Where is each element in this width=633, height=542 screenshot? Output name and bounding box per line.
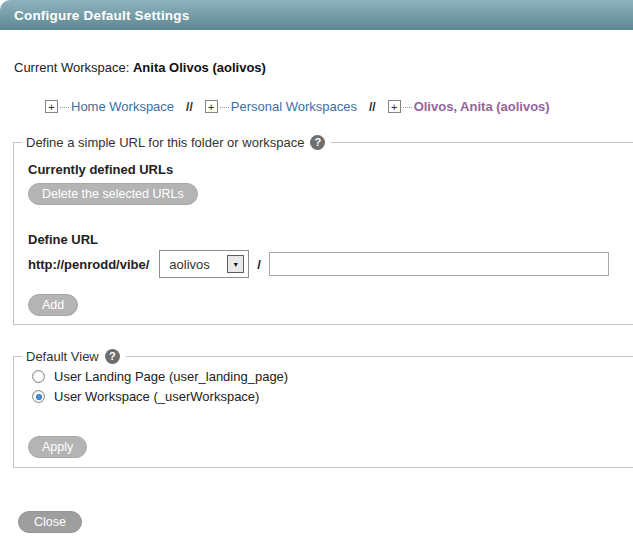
breadcrumb-item-home-workspace: + Home Workspace bbox=[45, 99, 174, 114]
base-url-text: http://penrodd/vibe/ bbox=[28, 257, 149, 272]
tree-expand-icon[interactable]: + bbox=[205, 100, 218, 113]
page-title: Configure Default Settings bbox=[14, 8, 189, 23]
apply-button[interactable]: Apply bbox=[28, 436, 87, 458]
chevron-down-icon[interactable]: ▼ bbox=[227, 255, 244, 273]
default-view-section: Default View ? User Landing Page (user_l… bbox=[13, 349, 633, 468]
breadcrumb-item-olivos-anita: + Olivos, Anita (aolivos) bbox=[388, 99, 550, 114]
close-button[interactable]: Close bbox=[18, 511, 82, 533]
radio-label-user-workspace: User Workspace (_userWorkspace) bbox=[54, 389, 259, 404]
simple-url-legend-text: Define a simple URL for this folder or w… bbox=[26, 135, 304, 150]
tree-expand-icon[interactable]: + bbox=[45, 100, 58, 113]
page-title-bar: Configure Default Settings bbox=[0, 0, 633, 30]
current-workspace: Current Workspace: Anita Olivos (aolivos… bbox=[14, 60, 266, 75]
tree-expand-icon[interactable]: + bbox=[388, 100, 401, 113]
help-icon[interactable]: ? bbox=[310, 135, 325, 150]
breadcrumb: + Home Workspace // + Personal Workspace… bbox=[45, 99, 550, 114]
default-view-section-legend: Default View ? bbox=[22, 349, 126, 364]
url-slash-separator: / bbox=[257, 257, 261, 272]
add-url-button[interactable]: Add bbox=[28, 294, 78, 316]
breadcrumb-item-personal-workspaces: + Personal Workspaces bbox=[205, 99, 357, 114]
radio-option-user-landing-page[interactable]: User Landing Page (user_landing_page) bbox=[32, 369, 633, 384]
breadcrumb-separator: // bbox=[186, 100, 193, 114]
url-prefix-select-value: aolivos bbox=[160, 257, 227, 272]
tree-connector bbox=[60, 106, 69, 108]
default-view-legend-text: Default View bbox=[26, 349, 99, 364]
breadcrumb-link-home-workspace[interactable]: Home Workspace bbox=[71, 99, 174, 114]
currently-defined-urls-label: Currently defined URLs bbox=[28, 162, 633, 177]
radio-label-user-landing-page: User Landing Page (user_landing_page) bbox=[54, 369, 288, 384]
delete-selected-urls-button[interactable]: Delete the selected URLs bbox=[28, 183, 198, 205]
radio-button-icon[interactable] bbox=[32, 390, 45, 403]
url-prefix-select[interactable]: aolivos ▼ bbox=[159, 250, 249, 278]
define-url-row: http://penrodd/vibe/ aolivos ▼ / bbox=[28, 250, 633, 278]
breadcrumb-link-personal-workspaces[interactable]: Personal Workspaces bbox=[231, 99, 357, 114]
simple-url-section: Define a simple URL for this folder or w… bbox=[13, 135, 633, 325]
help-icon[interactable]: ? bbox=[105, 349, 120, 364]
breadcrumb-separator: // bbox=[369, 100, 376, 114]
simple-url-section-legend: Define a simple URL for this folder or w… bbox=[22, 135, 331, 150]
tree-connector bbox=[403, 106, 412, 108]
radio-option-user-workspace[interactable]: User Workspace (_userWorkspace) bbox=[32, 389, 633, 404]
current-workspace-label: Current Workspace: bbox=[14, 60, 129, 75]
radio-button-icon[interactable] bbox=[32, 370, 45, 383]
current-workspace-name: Anita Olivos (aolivos) bbox=[133, 60, 266, 75]
define-url-label: Define URL bbox=[28, 232, 633, 247]
url-suffix-input[interactable] bbox=[269, 252, 609, 276]
breadcrumb-link-olivos-anita[interactable]: Olivos, Anita (aolivos) bbox=[414, 99, 550, 114]
tree-connector bbox=[220, 106, 229, 108]
